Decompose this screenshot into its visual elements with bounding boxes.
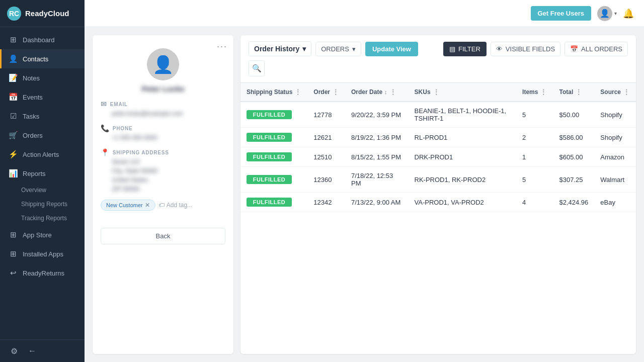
sidebar-item-installed-apps[interactable]: ⊞ Installed Apps [0, 244, 85, 263]
sidebar-item-orders[interactable]: 🛒 Orders [0, 126, 85, 145]
cell-items: 5 [516, 167, 553, 193]
tag-remove-button[interactable]: ✕ [145, 202, 150, 209]
cell-shipping-status: FULFILLED [240, 102, 307, 128]
cell-order-date: 8/19/22, 1:36 PM [345, 128, 409, 147]
search-button[interactable]: 🔍 [249, 60, 265, 76]
settings-icon-button[interactable]: ⚙ [7, 344, 21, 358]
tag-icon: 🏷 [158, 202, 165, 209]
dashboard-icon: ⊞ [9, 35, 18, 44]
contact-card: ··· 👤 Peter Locke ✉ EMAIL peter.locke@ex… [93, 35, 233, 354]
view-select-button[interactable]: Order History ▾ [249, 41, 311, 56]
all-orders-button[interactable]: 📅 ALL ORDERS [565, 42, 628, 56]
status-badge: FULFILLED [247, 152, 292, 161]
sidebar-sub-tracking-reports[interactable]: Tracking Reports [0, 211, 85, 225]
sidebar-item-label: Events [23, 94, 43, 101]
status-badge: FULFILLED [247, 110, 292, 119]
sort-icon[interactable]: ↕ [384, 89, 387, 95]
collapse-sidebar-button[interactable]: ← [25, 344, 39, 358]
sidebar-item-label: Contacts [23, 55, 48, 63]
cell-items: 5 [516, 102, 553, 128]
cell-total: $586.00 [553, 128, 594, 147]
col-skus: SKUs ⋮ [409, 83, 517, 102]
tasks-icon: ☑ [9, 112, 18, 121]
email-value: peter.locke@example.com [101, 110, 225, 117]
address-field: 📍 SHIPPING ADDRESS Street 123 City, Stat… [101, 148, 225, 193]
orders-icon: 🛒 [9, 131, 18, 140]
sidebar: RC ReadyCloud ⊞ Dashboard 👤 Contacts 📝 N… [0, 0, 85, 362]
topbar: Get Free Users 👤 ▾ 🔔 [85, 0, 644, 27]
table-header-row: Shipping Status ⋮ Order ⋮ [240, 83, 636, 102]
cell-total: $307.25 [553, 167, 594, 193]
content-area: ··· 👤 Peter Locke ✉ EMAIL peter.locke@ex… [85, 27, 644, 362]
col-menu-icon[interactable]: ⋮ [540, 88, 547, 96]
orders-filter-button[interactable]: ORDERS ▾ [315, 42, 361, 56]
add-tag-button[interactable]: 🏷 Add tag... [158, 202, 192, 209]
cell-source: Shopify [594, 128, 636, 147]
cell-order-date: 7/13/22, 9:00 AM [345, 193, 409, 212]
table-row[interactable]: FULFILLED 12510 8/15/22, 1:55 PM DRK-PRO… [240, 147, 636, 167]
sidebar-item-tasks[interactable]: ☑ Tasks [0, 107, 85, 126]
address-line3: United States [101, 176, 225, 184]
table-row[interactable]: FULFILLED 12342 7/13/22, 9:00 AM VA-PROD… [240, 193, 636, 212]
sidebar-item-label: Installed Apps [23, 250, 63, 258]
sidebar-item-label: ReadyReturns [23, 269, 64, 277]
notification-bell-icon[interactable]: 🔔 [623, 8, 634, 19]
get-free-users-button[interactable]: Get Free Users [531, 6, 592, 21]
col-menu-icon[interactable]: ⋮ [332, 88, 339, 96]
sidebar-item-dashboard[interactable]: ⊞ Dashboard [0, 30, 85, 49]
col-menu-icon[interactable]: ⋮ [575, 88, 582, 96]
sidebar-item-action-alerts[interactable]: ⚡ Action Alerts [0, 145, 85, 164]
col-menu-icon[interactable]: ⋮ [623, 88, 630, 96]
cell-shipping-status: FULFILLED [240, 128, 307, 147]
col-menu-icon[interactable]: ⋮ [294, 88, 301, 96]
col-menu-icon[interactable]: ⋮ [389, 88, 396, 96]
sidebar-item-ready-returns[interactable]: ↩ ReadyReturns [0, 263, 85, 283]
sidebar-item-label: Tasks [23, 113, 39, 120]
sidebar-item-reports[interactable]: 📊 Reports [0, 164, 85, 183]
update-view-button[interactable]: Update View [365, 42, 418, 56]
status-badge: FULFILLED [247, 175, 292, 184]
filter-icon: ▤ [449, 45, 455, 53]
filter-button[interactable]: ▤ FILTER [443, 42, 487, 56]
app-store-icon: ⊞ [9, 230, 18, 239]
user-avatar-area[interactable]: 👤 ▾ [597, 6, 617, 21]
cell-order-date: 7/18/22, 12:53 PM [345, 167, 409, 193]
back-button[interactable]: Back [101, 228, 225, 244]
sidebar-sub-shipping-reports[interactable]: Shipping Reports [0, 197, 85, 211]
collapse-icon: ← [28, 346, 36, 355]
cell-items: 1 [516, 147, 553, 167]
sidebar-item-app-store[interactable]: ⊞ App Store [0, 225, 85, 244]
card-menu-button[interactable]: ··· [217, 41, 227, 52]
visible-fields-button[interactable]: 👁 VISIBLE FIELDS [491, 42, 560, 56]
cell-items: 2 [516, 128, 553, 147]
cell-skus: VA-PROD1, VA-PROD2 [409, 193, 517, 212]
col-total: Total ⋮ [553, 83, 594, 102]
sidebar-item-events[interactable]: 📅 Events [0, 87, 85, 107]
table-row[interactable]: FULFILLED 12621 8/19/22, 1:36 PM RL-PROD… [240, 128, 636, 147]
sidebar-item-label: Action Alerts [23, 151, 59, 158]
col-shipping-status: Shipping Status ⋮ [240, 83, 307, 102]
sidebar-item-notes[interactable]: 📝 Notes [0, 68, 85, 87]
cell-skus: BEANIE-1, BELT-1, HOODIE-1, TSHIRT-1 [409, 102, 517, 128]
col-order: Order ⋮ [307, 83, 345, 102]
sidebar-sub-overview[interactable]: Overview [0, 183, 85, 197]
col-menu-icon[interactable]: ⋮ [433, 88, 440, 96]
cell-skus: RK-PROD1, RK-PROD2 [409, 167, 517, 193]
cell-source: Shopify [594, 102, 636, 128]
ready-returns-icon: ↩ [9, 268, 18, 278]
cell-order: 12778 [307, 102, 345, 128]
cell-skus: DRK-PROD1 [409, 147, 517, 167]
events-icon: 📅 [9, 93, 18, 102]
table-row[interactable]: FULFILLED 12360 7/18/22, 12:53 PM RK-PRO… [240, 167, 636, 193]
cell-items: 4 [516, 193, 553, 212]
sidebar-item-contacts[interactable]: 👤 Contacts [0, 49, 85, 68]
table-row[interactable]: FULFILLED 12778 9/20/22, 3:59 PM BEANIE-… [240, 102, 636, 128]
logo-text: ReadyCloud [25, 9, 69, 18]
reports-icon: 📊 [9, 169, 18, 178]
orders-table: Shipping Status ⋮ Order ⋮ [240, 83, 636, 212]
logo-area[interactable]: RC ReadyCloud [0, 0, 85, 27]
avatar: 👤 [597, 6, 612, 21]
cell-shipping-status: FULFILLED [240, 167, 307, 193]
email-field: ✉ EMAIL peter.locke@example.com [101, 100, 225, 117]
cell-order: 12621 [307, 128, 345, 147]
